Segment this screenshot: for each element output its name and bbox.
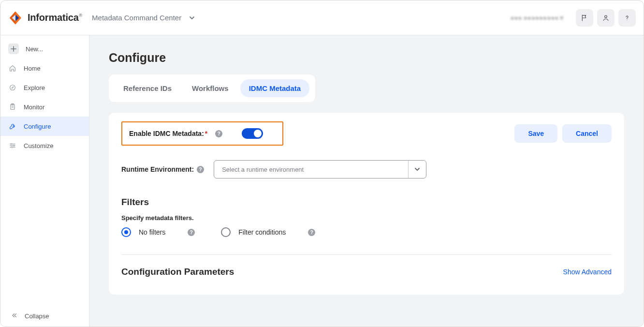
runtime-env-label: Runtime Environment: ? (121, 165, 204, 173)
svg-point-4 (605, 15, 607, 18)
svg-point-8 (11, 143, 12, 145)
sidebar-item-home[interactable]: Home (0, 59, 89, 78)
brand-block: Informatica® Metadata Command Center (8, 11, 195, 25)
sidebar-item-label: Customize (24, 142, 53, 149)
save-button[interactable]: Save (514, 124, 557, 143)
plus-icon (8, 44, 19, 54)
help-icon[interactable]: ? (197, 166, 204, 173)
tab-bar: Reference IDs Workflows IDMC Metadata (109, 74, 315, 102)
sidebar-item-label: Explore (24, 84, 45, 91)
help-button[interactable] (618, 9, 636, 27)
radio-no-filters[interactable] (121, 227, 131, 237)
runtime-env-placeholder: Select a runtime environment (214, 161, 409, 178)
clipboard-icon (8, 103, 17, 111)
main-content: Configure Reference IDs Workflows IDMC M… (89, 35, 644, 327)
chevron-down-icon (189, 15, 195, 21)
user-name[interactable]: ●●● ●●●●●●●●● ▾ (510, 14, 563, 22)
settings-panel: Enable IDMC Metadata:* ? Save Cancel Run… (109, 113, 624, 295)
sidebar-item-configure[interactable]: Configure (0, 117, 89, 136)
enable-idmc-toggle[interactable] (242, 128, 263, 139)
radio-filter-conditions[interactable] (221, 227, 231, 237)
divider (121, 254, 612, 255)
radio-no-filters-label: No filters (139, 228, 165, 236)
sidebar-collapse[interactable]: Collapse (0, 305, 89, 327)
chevrons-left-icon (11, 312, 18, 320)
sidebar-item-monitor[interactable]: Monitor (0, 97, 89, 117)
config-params-heading: Configuration Parameters (121, 267, 234, 277)
filters-subheading: Specify metadata filters. (121, 214, 612, 222)
runtime-env-select[interactable]: Select a runtime environment (214, 160, 426, 178)
flag-icon (581, 14, 588, 22)
chevron-down-icon (409, 166, 426, 172)
sidebar-item-label: Home (24, 65, 41, 72)
app-name: Metadata Command Center (92, 14, 181, 22)
tab-idmc-metadata[interactable]: IDMC Metadata (240, 79, 310, 97)
help-icon[interactable]: ? (188, 229, 195, 236)
enable-idmc-label: Enable IDMC Metadata:* (129, 130, 208, 137)
sliders-icon (8, 141, 17, 150)
show-advanced-link[interactable]: Show Advanced (563, 268, 612, 276)
compass-icon (8, 83, 17, 92)
person-icon (602, 14, 610, 22)
svg-point-9 (13, 145, 15, 147)
sidebar: New... Home Explore Monitor Configure Cu… (0, 35, 89, 327)
question-icon (623, 14, 631, 22)
tab-workflows[interactable]: Workflows (183, 79, 237, 97)
enable-idmc-highlight: Enable IDMC Metadata:* ? (121, 121, 283, 146)
sidebar-item-explore[interactable]: Explore (0, 78, 89, 97)
help-icon[interactable]: ? (215, 130, 222, 137)
radio-filter-conditions-label: Filter conditions (238, 228, 286, 236)
svg-point-5 (10, 85, 15, 90)
app-header: Informatica® Metadata Command Center ●●●… (0, 0, 644, 35)
filters-heading: Filters (121, 197, 612, 208)
sidebar-item-label: Monitor (24, 104, 44, 111)
sidebar-item-new[interactable]: New... (0, 39, 89, 59)
notifications-button[interactable] (576, 9, 593, 27)
informatica-logo-icon (8, 11, 23, 25)
collapse-label: Collapse (25, 312, 49, 320)
sidebar-item-customize[interactable]: Customize (0, 136, 89, 155)
filter-radio-group: No filters ? Filter conditions ? (121, 227, 612, 237)
home-icon (8, 64, 17, 73)
tab-reference-ids[interactable]: Reference IDs (115, 79, 180, 97)
app-switcher[interactable] (189, 15, 195, 21)
user-menu-button[interactable] (597, 9, 615, 27)
sidebar-item-label: New... (26, 45, 43, 53)
svg-point-10 (11, 147, 13, 148)
wrench-icon (8, 122, 17, 131)
help-icon[interactable]: ? (308, 229, 315, 236)
cancel-button[interactable]: Cancel (562, 124, 612, 143)
brand-name: Informatica® (28, 12, 82, 23)
sidebar-item-label: Configure (24, 123, 51, 130)
page-title: Configure (109, 51, 624, 65)
